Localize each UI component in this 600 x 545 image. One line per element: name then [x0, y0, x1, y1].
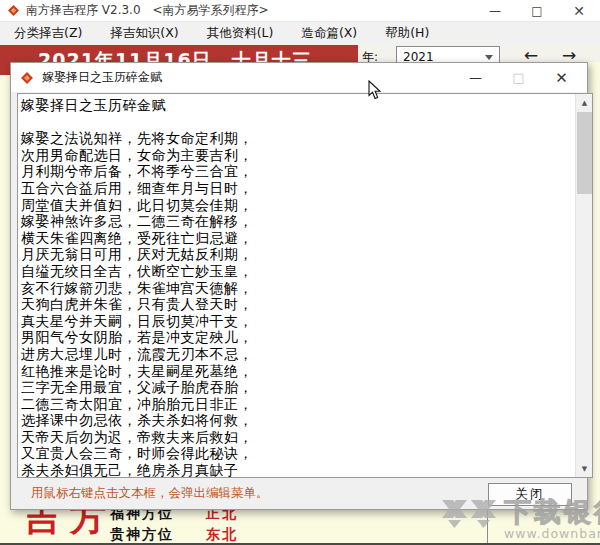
menu-item-other-data[interactable]: 其他资料(L)	[193, 22, 288, 45]
app-logo-icon	[7, 4, 20, 17]
main-titlebar: 南方择吉程序 V2.3.0 <南方易学系列程序> — □ ✕	[0, 0, 600, 22]
guishen-label: 贵神方位	[110, 526, 174, 544]
chevron-down-icon	[485, 55, 493, 60]
dialog-minimize-button[interactable]: —	[454, 64, 497, 92]
dialog-footer: 用鼠标右键点击文本框，会弹出编辑菜单。 关闭	[11, 478, 587, 509]
app-title: 南方择吉程序 V2.3.0 <南方易学系列程序>	[26, 2, 269, 19]
right-click-hint: 用鼠标右键点击文本框，会弹出编辑菜单。	[31, 485, 269, 502]
dialog-title: 嫁娶择日之玉历碎金赋	[42, 69, 162, 86]
scripture-text: 嫁娶择日之玉历碎金赋 嫁娶之法说知祥，先将女命定利期， 次用男命配选日，女命为主…	[21, 97, 561, 478]
menu-bar: 分类择吉(Z) 择吉知识(X) 其他资料(L) 造命篇(X) 帮助(H)	[0, 22, 600, 45]
scripture-dialog: 嫁娶择日之玉历碎金赋 — □ ✕ 嫁娶择日之玉历碎金赋 嫁娶之法说知祥，先将女命…	[10, 62, 588, 510]
scroll-up-icon[interactable]: ▲	[576, 94, 593, 111]
minimize-button[interactable]: —	[474, 0, 516, 22]
maximize-button[interactable]: □	[516, 0, 558, 22]
scripture-textbox[interactable]: 嫁娶择日之玉历碎金赋 嫁娶之法说知祥，先将女命定利期， 次用男命配选日，女命为主…	[17, 93, 593, 478]
close-dialog-button[interactable]: 关闭	[488, 483, 572, 506]
scroll-down-icon[interactable]: ▼	[576, 460, 593, 477]
menu-item-help[interactable]: 帮助(H)	[371, 22, 443, 45]
dialog-maximize-button: □	[497, 64, 540, 92]
dialog-logo-icon	[20, 71, 34, 85]
scrollbar-thumb[interactable]	[577, 112, 592, 194]
menu-item-knowledge[interactable]: 择吉知识(X)	[96, 22, 192, 45]
dialog-titlebar[interactable]: 嫁娶择日之玉历碎金赋 — □ ✕	[11, 63, 587, 92]
menu-item-zaoming[interactable]: 造命篇(X)	[287, 22, 371, 45]
guishen-value: 东北	[206, 526, 238, 544]
vertical-scrollbar[interactable]: ▲ ▼	[575, 94, 592, 477]
dialog-close-button[interactable]: ✕	[540, 64, 583, 92]
menu-item-classify[interactable]: 分类择吉(Z)	[0, 22, 96, 45]
close-button[interactable]: ✕	[558, 0, 600, 22]
